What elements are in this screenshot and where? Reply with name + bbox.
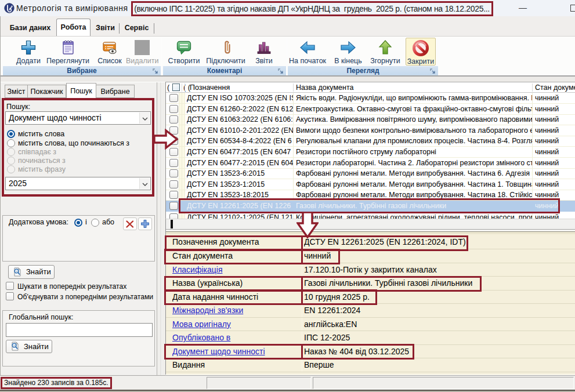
- navigation-sidebar: Зміст Покажчик Пошук Вибране Пошук: Доку…: [0, 82, 157, 376]
- collapse-button[interactable]: Згорнути: [368, 38, 403, 66]
- detail-row: Стан документа чинний: [166, 249, 575, 263]
- documents-table: ( ( ( Позначення Назва документа Стан до…: [165, 82, 575, 219]
- detail-row: Класифікація 17.120.10-Потік у закритих …: [166, 263, 575, 277]
- row-checkbox[interactable]: [169, 169, 178, 177]
- sidebar-tab-pokazhchyk[interactable]: Покажчик: [28, 85, 66, 98]
- radio-selected-icon: [7, 130, 15, 138]
- to-end-button[interactable]: В кінець: [332, 38, 364, 66]
- ribbon-group-separator: [287, 38, 287, 75]
- extra-condition-label: Додаткова умова:: [9, 218, 68, 226]
- attach-comment-button[interactable]: Підключити: [205, 38, 247, 66]
- status-segment: [313, 377, 574, 389]
- comment-reports-button[interactable]: Звіти: [251, 38, 277, 66]
- row-checkbox[interactable]: [169, 115, 178, 124]
- row-checkbox[interactable]: [169, 191, 178, 199]
- row-checkbox[interactable]: [169, 180, 178, 188]
- remove-condition-button[interactable]: [123, 217, 137, 230]
- global-search-label: Глобальний пошук:: [9, 313, 73, 321]
- row-checkbox[interactable]: [169, 213, 178, 219]
- international-relations-link[interactable]: Міжнародні зв'язки: [172, 304, 301, 317]
- combobox-dropdown-button[interactable]: [139, 112, 150, 124]
- table-row[interactable]: ДСТУ EN 61260-2:2022 (EN 612 Електроакус…: [166, 104, 575, 115]
- sub-ribbon-strip: [0, 77, 575, 82]
- row-checkbox[interactable]: [169, 148, 178, 156]
- view-button[interactable]: Переглянути: [43, 38, 93, 66]
- validity-document-link[interactable]: Документ щодо чинності: [172, 345, 301, 358]
- radio-icon[interactable]: [91, 219, 99, 227]
- ribbon-tab-bazy-danykh[interactable]: Бази даних: [5, 21, 56, 36]
- combobox-dropdown-button[interactable]: [139, 178, 150, 189]
- sidebar-tab-zmist[interactable]: Зміст: [5, 85, 28, 98]
- detail-row: Опубліковано в ІПС 12-2025: [166, 331, 575, 345]
- search-field-combobox[interactable]: Документ щодо чинності: [5, 111, 151, 125]
- add-plus-icon: [19, 38, 38, 57]
- panel-splitter[interactable]: [157, 82, 165, 376]
- close-button[interactable]: Закрити: [406, 38, 436, 66]
- search-term-combobox[interactable]: 2025: [5, 177, 151, 190]
- status-result-text: Знайдено 230 записів за 0.185с.: [1, 377, 112, 389]
- sidebar-tab-vybrane[interactable]: Вибране: [96, 85, 135, 98]
- select-all-checkbox[interactable]: [172, 84, 180, 91]
- ribbon: Додати Переглянути: [0, 36, 575, 75]
- table-row-selected[interactable]: ДСТУ EN 12261:2025 (EN 1226 Газові лічил…: [166, 201, 575, 212]
- row-checkbox[interactable]: [169, 105, 178, 113]
- header-designation[interactable]: Позначення: [190, 83, 230, 92]
- radio-disabled-icon: [7, 148, 15, 156]
- table-row[interactable]: ДСТУ EN 12102-1:2025 (EN 121 Кондиціонер…: [166, 212, 575, 219]
- ribbon-tab-servis[interactable]: Сервіс: [120, 21, 153, 36]
- table-row[interactable]: ДСТУ EN 61010-2-201:2022 (EN Вимоги щодо…: [166, 125, 575, 136]
- dialog-launcher-icon[interactable]: [430, 68, 436, 74]
- horizontal-scrollbar[interactable]: [165, 219, 575, 229]
- table-row[interactable]: ДСТУ EN 13523-18:2015 Фарбовані рулонні …: [166, 190, 575, 201]
- radio-selected-icon[interactable]: [74, 219, 82, 227]
- row-checkbox[interactable]: [169, 137, 178, 145]
- or-option-label: або: [102, 218, 114, 226]
- table-row[interactable]: ДСТУ EN 60477:2015 (EN 6047 Резистори по…: [166, 147, 575, 158]
- global-find-button[interactable]: Знайти: [6, 340, 52, 353]
- row-checkbox[interactable]: [169, 94, 178, 102]
- row-checkbox[interactable]: [169, 159, 178, 167]
- classification-link[interactable]: Класифікація: [172, 263, 301, 277]
- maximize-button[interactable]: [570, 5, 575, 12]
- table-row[interactable]: ДСТУ EN 13523-6:2015 Фарбовані рулонні м…: [166, 168, 575, 179]
- detail-row: Назва (українська) Газові лічильники. Ту…: [166, 277, 575, 291]
- table-row[interactable]: ДСТУ EN 13523-1:2015 Фарбовані рулонні м…: [166, 179, 575, 190]
- detail-row: Мова оригіналу англійська:EN: [166, 318, 575, 331]
- dialog-launcher-icon[interactable]: [278, 68, 284, 74]
- ribbon-tab-robota[interactable]: Робота: [56, 19, 91, 36]
- detail-row: Дата надання чинності 10 грудня 2025 р.: [166, 291, 575, 304]
- table-row[interactable]: ДСТУ EN ISO 10703:2025 (EN IS Якість вод…: [166, 93, 575, 104]
- to-start-button[interactable]: На початок: [289, 38, 326, 66]
- remove-x-icon: [125, 220, 135, 228]
- checkbox-icon: [6, 282, 14, 290]
- header-name[interactable]: Назва документа: [296, 83, 353, 92]
- details-splitter[interactable]: [165, 229, 575, 234]
- ribbon-tab-zvity[interactable]: Звіти: [92, 21, 119, 36]
- dialog-launcher-icon[interactable]: [153, 68, 159, 74]
- add-button[interactable]: Додати: [11, 38, 46, 66]
- row-checkbox[interactable]: [169, 126, 178, 135]
- find-button-label: Знайти: [26, 266, 51, 278]
- original-language-link[interactable]: Мова оригіналу: [172, 318, 301, 331]
- global-search-groupbox: Глобальний пошук: Знайти: [2, 310, 155, 366]
- table-row[interactable]: ДСТУ EN 60534-8-4:2022 (EN 6 Регулювальн…: [166, 136, 575, 147]
- add-condition-button[interactable]: [138, 217, 152, 230]
- global-search-input[interactable]: [6, 323, 153, 337]
- table-row[interactable]: ДСТУ EN 61063:2022 (EN 6106: Акустика. В…: [166, 114, 575, 125]
- published-in-link[interactable]: Опубліковано в: [172, 331, 301, 344]
- header-col-a[interactable]: (: [167, 83, 169, 92]
- minimize-button[interactable]: —: [514, 0, 531, 16]
- row-checkbox[interactable]: [169, 202, 178, 210]
- sidebar-tab-poshuk[interactable]: Пошук: [66, 83, 96, 98]
- find-button[interactable]: Знайти: [8, 265, 55, 279]
- ribbon-group-separator: [161, 38, 162, 75]
- ribbon-group-label-komentari: Коментарі: [163, 66, 286, 76]
- table-row[interactable]: ДСТУ EN 60477-2:2015 (EN 604 Резистори л…: [166, 158, 575, 169]
- create-comment-button[interactable]: Створити: [167, 38, 201, 66]
- status-segment: [207, 377, 311, 389]
- list-button[interactable]: Список: [95, 38, 125, 66]
- scrollbar-thumb[interactable]: [171, 220, 173, 228]
- header-status[interactable]: Стан документа: [535, 83, 575, 92]
- radio-icon: [7, 139, 15, 147]
- delete-button[interactable]: Видалити: [126, 38, 158, 66]
